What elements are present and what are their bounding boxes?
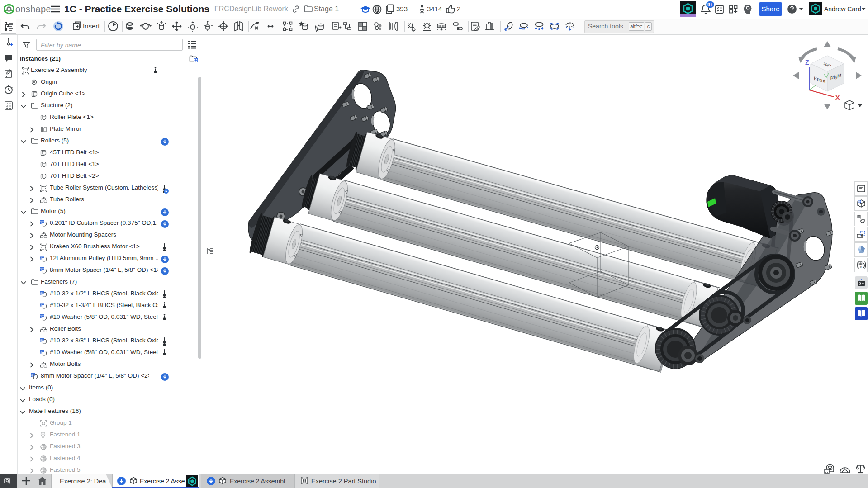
- svg-text:x: x: [859, 264, 862, 269]
- svg-text:X: X: [835, 94, 840, 101]
- svg-text:Z: Z: [805, 59, 809, 66]
